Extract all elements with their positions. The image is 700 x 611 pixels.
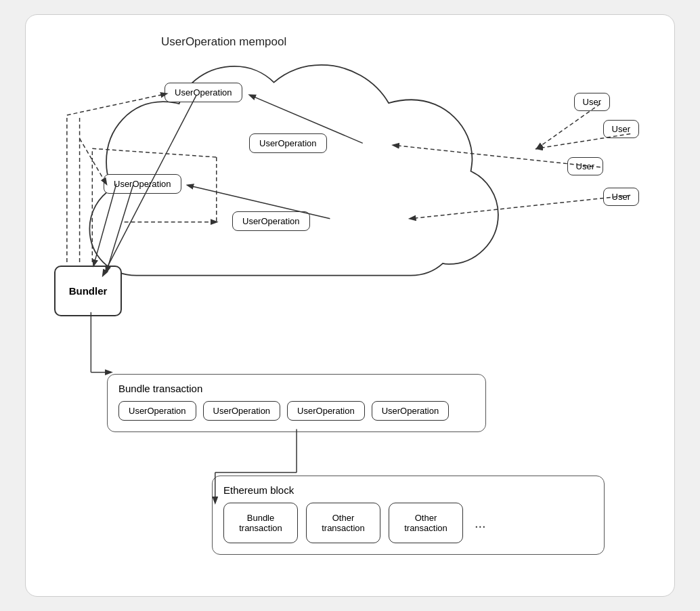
uo-mid-left: UserOperation [104,174,181,194]
ellipsis: ... [475,515,486,531]
svg-line-9 [67,93,167,115]
eth-other-tx-2: Other transaction [389,503,463,543]
ethereum-block-label: Ethereum block [223,484,593,496]
user-box-3: User [567,157,603,175]
svg-line-3 [410,195,630,219]
user-box-2: User [603,120,639,138]
svg-line-11 [92,148,216,157]
bundler-box: Bundler [54,266,122,316]
bundle-op-3: UserOperation [287,401,365,421]
eth-other-tx-1: Other transaction [306,503,380,543]
svg-line-15 [106,185,133,272]
bundle-transaction-container: Bundle transaction UserOperation UserOpe… [107,374,486,432]
bundle-op-2: UserOperation [203,401,281,421]
user-box-4: User [603,188,639,206]
svg-line-16 [93,184,116,266]
diagram-container: UserOperation mempool UserOperation User… [25,14,675,597]
uo-top: UserOperation [165,83,242,102]
bundle-op-1: UserOperation [118,401,196,421]
eth-bundle-tx: Bundle transaction [223,503,298,543]
ethereum-block-ops: Bundle transaction Other transaction Oth… [223,503,593,543]
uo-bottom: UserOperation [232,211,310,231]
uo-mid-right: UserOperation [249,133,327,153]
svg-line-10 [80,138,106,184]
cloud-label: UserOperation mempool [161,35,286,49]
bundle-transaction-ops: UserOperation UserOperation UserOperatio… [118,401,475,421]
bundle-transaction-label: Bundle transaction [118,383,475,394]
ethereum-block-container: Ethereum block Bundle transaction Other … [212,476,605,555]
user-box-1: User [574,93,610,111]
bundle-op-4: UserOperation [372,401,450,421]
